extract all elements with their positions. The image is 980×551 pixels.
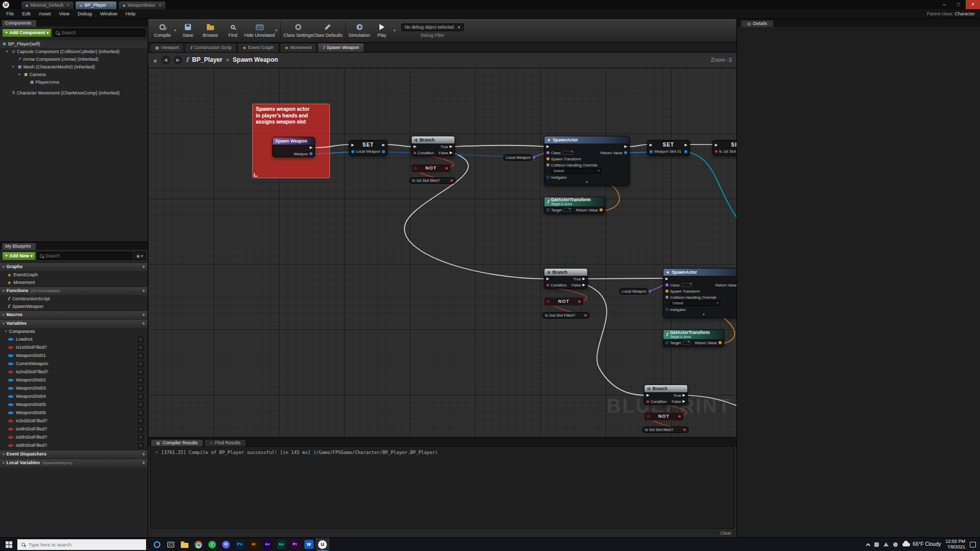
class-dropdown[interactable] (681, 283, 692, 287)
clear-button[interactable]: Clear (720, 531, 731, 536)
false-exec-pin[interactable] (683, 399, 685, 404)
branch-node-1[interactable]: Branch True Condition False (411, 136, 455, 156)
maximize-button[interactable] (951, 0, 966, 9)
macros-section-header[interactable]: Macros (0, 310, 148, 319)
variables-section-header[interactable]: Variables (0, 319, 148, 328)
variable-row[interactable]: WeaponSlot05 (0, 401, 148, 409)
tray-onedrive-icon[interactable] (893, 542, 898, 547)
taskbar-search-input[interactable] (29, 542, 142, 547)
add-event-dispatcher-button[interactable] (142, 451, 145, 458)
variable-visibility-toggle[interactable] (138, 386, 144, 392)
collision-pin[interactable] (665, 296, 668, 299)
exec-in-pin[interactable] (650, 142, 652, 148)
exec-out-pin[interactable] (383, 142, 385, 148)
menu-item[interactable]: File (2, 11, 18, 16)
bool-in-pin[interactable] (547, 300, 549, 303)
weapon-slot-01-out-pin[interactable] (684, 150, 687, 153)
start-button[interactable] (0, 538, 17, 551)
taskbar-clock[interactable]: 12:02 PM 7/8/2021 (945, 539, 965, 550)
graph-item[interactable]: EventGraph (0, 271, 148, 279)
menu-item[interactable]: Edit (18, 11, 34, 16)
variable-row[interactable]: is5thSlotFilled? (0, 434, 148, 442)
variable-visibility-toggle[interactable] (138, 345, 144, 351)
exec-in-pin[interactable] (546, 276, 549, 281)
function-item[interactable]: ConstructionScript (0, 295, 148, 303)
menu-item[interactable]: View (55, 11, 73, 16)
variable-row[interactable]: WeaponSlot01 (0, 352, 148, 360)
bool-out-pin[interactable] (683, 428, 686, 431)
condition-pin[interactable] (647, 400, 649, 403)
collapse-arrow-icon[interactable] (3, 460, 5, 466)
spawn-transform-pin[interactable] (546, 157, 549, 160)
local-variables-section-header[interactable]: Local Variables (SpawnWeapon) (0, 459, 148, 467)
variable-visibility-toggle[interactable] (138, 426, 144, 433)
not-node-1[interactable]: NOT (411, 164, 451, 173)
breadcrumb-current[interactable]: Spawn Weapon (233, 56, 278, 63)
not-node-2[interactable]: NOT (544, 297, 584, 306)
object-out-pin[interactable] (649, 290, 651, 293)
variable-visibility-toggle[interactable] (138, 337, 144, 343)
variable-row[interactable]: is3rdSlotFilled? (0, 417, 148, 425)
visibility-filter-button[interactable] (134, 252, 146, 260)
target-self-box[interactable] (563, 208, 571, 212)
get-actor-transform-node-2[interactable]: GetActorTransformTarget is Actor Target … (663, 329, 724, 347)
component-tree-item[interactable]: PlayerArms (0, 79, 148, 86)
save-button[interactable]: Save (177, 19, 199, 42)
editor-tab[interactable]: Spawn Weapon (318, 43, 364, 52)
class-settings-button[interactable]: Class Settings (283, 19, 313, 42)
find-button[interactable]: Find (222, 19, 244, 42)
forward-button[interactable]: ▶ (174, 56, 182, 64)
hide-unrelated-button[interactable]: Hide Unrelated (244, 19, 275, 42)
taskbar-search[interactable] (17, 539, 146, 550)
spawn-actor-node-2[interactable]: SpawnActor Class Return Value Spawn Tran… (663, 268, 736, 318)
component-tree-item[interactable]: Camera (0, 71, 148, 79)
expand-arrow-icon[interactable] (18, 73, 22, 77)
asset-tab[interactable]: Minimal_Default (21, 1, 74, 9)
bool-out-pin[interactable] (450, 179, 453, 182)
transform-out-pin[interactable] (719, 341, 722, 344)
component-tree-item[interactable]: Arrow Component (Arrow) (Inherited) (0, 56, 148, 63)
blueprint-graph-canvas[interactable]: BLUEPRINT (148, 68, 736, 437)
minimize-button[interactable] (937, 0, 951, 9)
variables-category[interactable]: Components (0, 328, 148, 336)
compile-options-caret[interactable] (174, 28, 176, 33)
variable-visibility-toggle[interactable] (138, 418, 144, 424)
hidden-icons-chevron[interactable] (866, 543, 870, 547)
add-macro-button[interactable] (142, 312, 145, 318)
expand-node-arrow[interactable] (544, 180, 629, 185)
asset-tab[interactable]: BP_Player (75, 1, 117, 9)
branch-node-2[interactable]: Branch True Condition False (544, 268, 588, 289)
add-component-button[interactable]: Add Component (2, 29, 52, 37)
set-is-1st-slot-filled-node[interactable]: SET Is 1st Slot Filled? (712, 140, 736, 156)
variable-row[interactable]: Loadout (0, 336, 148, 344)
collision-dropdown[interactable]: Default (671, 301, 721, 306)
taskbar-word-button[interactable]: W (302, 538, 316, 551)
object-out-pin[interactable] (533, 156, 535, 159)
set-weapon-slot-01-node[interactable]: SET Weapon Slot 01 (647, 140, 690, 156)
my-blueprint-search-input[interactable] (45, 253, 130, 258)
spawn-actor-node-1[interactable]: SpawnActor Class Return Value Spawn Tran… (544, 136, 630, 186)
add-graph-button[interactable] (142, 264, 145, 270)
get-is-2nd-slot-filled-node[interactable]: Is 2nd Slot Filled? (542, 312, 590, 319)
variable-visibility-toggle[interactable] (138, 402, 144, 408)
menu-item[interactable]: Window (96, 11, 122, 16)
exec-in-pin[interactable] (546, 144, 549, 149)
compile-button[interactable]: Compile (151, 19, 174, 42)
menu-item[interactable]: Help (122, 11, 140, 16)
exec-in-pin[interactable] (414, 144, 416, 149)
tab-close-icon[interactable] (67, 3, 69, 8)
tab-close-icon[interactable] (110, 3, 112, 8)
debug-object-dropdown[interactable]: No debug object selected (401, 23, 464, 31)
get-actor-transform-node-1[interactable]: GetActorTransformTarget is Actor Target … (544, 197, 605, 214)
return-value-pin[interactable] (624, 151, 627, 154)
condition-pin[interactable] (546, 284, 549, 286)
play-button[interactable]: Play (371, 19, 393, 42)
component-tree-item[interactable]: Capsule Component (CollisionCylinder) (I… (0, 48, 148, 56)
tray-network-icon[interactable] (874, 542, 879, 547)
expand-arrow-icon[interactable] (12, 65, 16, 69)
collision-pin[interactable] (546, 163, 549, 166)
components-search[interactable] (53, 29, 146, 37)
components-search-input[interactable] (61, 30, 143, 35)
editor-tab[interactable]: Event Graph (237, 43, 279, 52)
bool-out-pin[interactable] (584, 314, 587, 317)
